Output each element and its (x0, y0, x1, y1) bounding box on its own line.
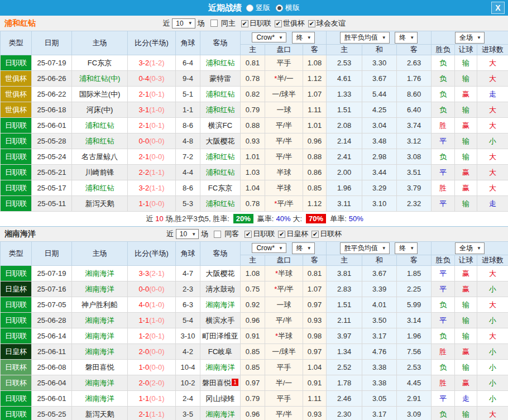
cell-score: 2-1(1-1) (128, 407, 176, 420)
summary-text: 场,胜2平3负5, 胜率: (166, 214, 229, 224)
league-filter-checkbox[interactable]: ✔ (241, 20, 248, 27)
sub-header-avg-lose: 客 (397, 255, 432, 266)
cell-score: 1-0(0-0) (128, 360, 176, 375)
match-count-select[interactable]: 10 ▼ (172, 18, 195, 28)
odds-group-header: Crow*▼ 终▼ (241, 242, 327, 255)
col-header-corners: 角球 (176, 31, 200, 55)
scope-dropdown[interactable]: 全场▼ (455, 32, 485, 44)
league-filter-checkbox[interactable]: ✔ (311, 231, 319, 238)
close-icon[interactable]: X (491, 2, 505, 14)
table-row: 日职联25-07-19湘南海洋3-3(2-1)4-7大阪樱花1.08*半球0.8… (1, 266, 508, 281)
cell-handicap: *平/半 (265, 196, 303, 212)
cell-avg-lose: 1.76 (397, 71, 432, 87)
cell-goals-result: 大 (477, 149, 508, 165)
games-label: 场 (198, 18, 205, 28)
cell-avg-draw: 3.67 (362, 71, 397, 87)
cell-avg-win: 2.52 (327, 360, 362, 375)
cell-avg-draw: 3.38 (362, 375, 397, 391)
sub-header-result: 胜负 (432, 45, 455, 55)
cell-away-team: 横滨FC (200, 118, 241, 133)
radio-horizontal-layout[interactable]: 横版 (276, 3, 300, 13)
table-row: 日皇杯25-07-16湘南海洋0-0(0-0)2-3清水鼓动0.75*平/半1.… (1, 281, 508, 297)
cell-handicap: 平/半 (265, 407, 303, 420)
cell-date: 25-06-04 (32, 375, 72, 391)
cell-avg-lose: 5.99 (397, 297, 432, 313)
cell-league-type: 日皇杯 (1, 281, 32, 297)
cell-odds-away: 0.97 (303, 297, 327, 313)
league-filter-checkbox[interactable]: ✔ (245, 231, 252, 238)
cell-goals-result: 大 (477, 55, 508, 71)
cell-odds-home: 0.91 (241, 328, 265, 344)
cell-odds-away: 1.01 (303, 118, 327, 133)
cell-league-type: 日职联 (1, 165, 32, 180)
league-filter-checkbox[interactable]: ✔ (278, 231, 285, 238)
cell-goals-result: 大 (477, 165, 508, 180)
cell-corners: 10-2 (176, 375, 200, 391)
section-shonan: 湘南海洋 近 10 ▼ 场 同客 ✔日职联✔日皇杯✔日联杯 类型 日期 主场 比 (0, 226, 508, 420)
cell-score: 2-0(0-0) (128, 344, 176, 360)
avg-time-dropdown[interactable]: 终▼ (395, 32, 418, 44)
cell-league-type: 世俱杯 (1, 71, 32, 87)
league-filter-checkbox[interactable]: ✔ (275, 20, 282, 27)
cell-handicap-result: 输 (455, 297, 477, 313)
cell-score: 2-1(0-1) (128, 87, 176, 102)
league-filter-label: 日职联 (250, 19, 271, 27)
avg-source-dropdown[interactable]: 胜平负均值▼ (340, 242, 390, 254)
cell-avg-lose: 2.91 (397, 391, 432, 407)
cell-corners: 6-4 (176, 55, 200, 71)
league-filter-checkbox[interactable]: ✔ (308, 20, 315, 27)
cell-date: 25-05-11 (32, 196, 72, 212)
odds-time-dropdown[interactable]: 终▼ (292, 32, 315, 44)
summary-text: 近 (146, 214, 153, 224)
col-header-home: 主场 (72, 31, 128, 55)
cell-odds-away: 0.85 (303, 180, 327, 196)
sub-header-goals: 进球数 (477, 255, 508, 266)
cell-odds-away: 0.81 (303, 266, 327, 281)
cell-avg-win: 1.33 (327, 87, 362, 102)
avg-time-dropdown[interactable]: 终▼ (395, 242, 418, 254)
cell-away-team: 町田泽维亚 (200, 328, 241, 344)
same-venue-checkbox[interactable] (214, 231, 221, 238)
cell-home-team: 神户胜利船 (72, 297, 128, 313)
odds-time-dropdown[interactable]: 终▼ (292, 242, 315, 254)
cell-odds-away: 1.08 (303, 55, 327, 71)
cell-home-team: 浦和红钻 (72, 133, 128, 149)
scope-dropdown[interactable]: 全场▼ (455, 242, 485, 254)
table-row: 世俱杯25-06-26浦和红钻(中)0-4(0-3)9-4蒙特雷0.78*半/一… (1, 71, 508, 87)
cell-odds-away: 0.86 (303, 165, 327, 180)
cell-odds-home: 0.92 (241, 297, 265, 313)
avg-source-dropdown[interactable]: 胜平负均值▼ (340, 32, 390, 44)
table-row: 日皇杯25-06-11湘南海洋2-0(0-0)4-2FC岐阜0.85一/球半0.… (1, 344, 508, 360)
cell-result: 平 (432, 196, 455, 212)
cell-home-team: 浦和红钻(中) (72, 71, 128, 87)
match-count-select[interactable]: 10 ▼ (176, 229, 199, 239)
table-row: 世俱杯25-06-22国际米兰(中)2-1(0-1)5-1浦和红钻0.82一/球… (1, 87, 508, 102)
radio-vertical-layout[interactable]: 竖版 (246, 3, 270, 13)
cell-avg-draw: 3.17 (362, 328, 397, 344)
cell-home-team: 湘南海洋 (72, 391, 128, 407)
cell-avg-draw: 3.50 (362, 313, 397, 328)
odds-source-dropdown[interactable]: Crow*▼ (252, 32, 286, 42)
avg-group-header: 胜平负均值▼ 终▼ (327, 242, 432, 255)
cell-league-type: 日职联 (1, 118, 32, 133)
scope-group-header: 全场▼ (432, 242, 508, 255)
cell-away-team: 清水鼓动 (200, 281, 241, 297)
same-venue-checkbox[interactable] (210, 20, 218, 27)
cell-corners: 3-5 (176, 407, 200, 420)
cell-odds-home: 0.96 (241, 313, 265, 328)
scope-group-header: 全场▼ (432, 31, 508, 45)
cell-date: 25-07-16 (32, 281, 72, 297)
cell-avg-lose: 1.85 (397, 266, 432, 281)
cell-league-type: 世俱杯 (1, 87, 32, 102)
cell-date: 25-06-14 (32, 328, 72, 344)
cell-avg-draw: 5.44 (362, 87, 397, 102)
cell-league-type: 日职联 (1, 55, 32, 71)
cell-odds-away: 0.93 (303, 313, 327, 328)
cell-date: 25-05-24 (32, 149, 72, 165)
league-filter-group: ✔日职联✔日皇杯✔日联杯 (241, 229, 342, 239)
cell-avg-draw: 2.98 (362, 149, 397, 165)
sub-header-avg-draw: 和 (362, 45, 397, 55)
chevron-down-icon: ▼ (307, 246, 311, 251)
odds-source-dropdown[interactable]: Crow*▼ (252, 243, 286, 253)
cell-league-type: 日职联 (1, 328, 32, 344)
